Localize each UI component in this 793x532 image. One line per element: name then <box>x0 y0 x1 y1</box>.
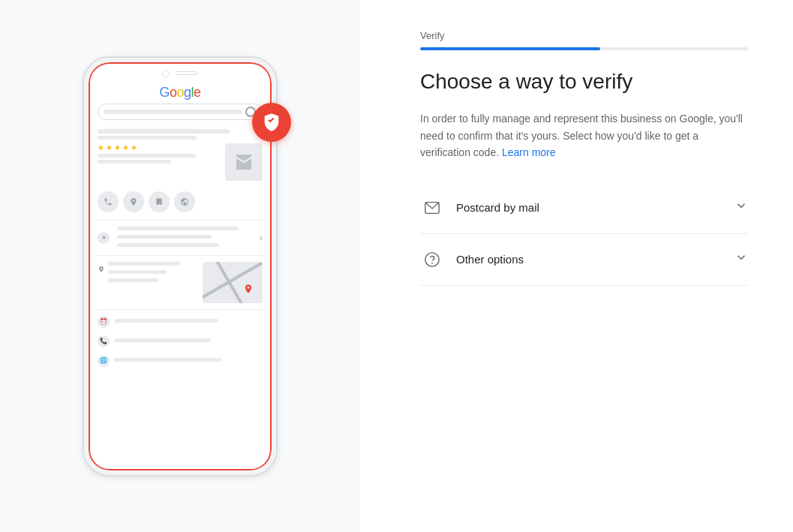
left-panel: Google ★ ★ <box>0 0 360 532</box>
phone-top-bar <box>90 64 270 80</box>
star-1: ★ <box>98 143 104 152</box>
learn-more-link[interactable]: Learn more <box>502 146 556 158</box>
svg-rect-0 <box>236 155 251 157</box>
mail-icon <box>420 196 444 220</box>
google-logo-o2: o <box>176 85 184 100</box>
other-options[interactable]: Other options <box>420 234 748 286</box>
bookmark-icon <box>155 197 164 206</box>
review-line-2 <box>117 235 212 239</box>
postcard-label: Postcard by mail <box>456 201 734 214</box>
website-info-icon: 🌐 <box>98 355 110 367</box>
mail-svg <box>424 200 440 216</box>
chevron-down-icon-2 <box>734 251 748 268</box>
phone-info-icon: 📞 <box>98 335 110 347</box>
location-icon <box>129 197 138 206</box>
star-3: ★ <box>114 143 121 152</box>
shield-icon <box>261 112 282 133</box>
reviews-icon: ★ <box>98 232 110 244</box>
progress-section: Verify <box>420 30 748 50</box>
description-text: In order to fully manage and represent t… <box>420 110 748 161</box>
phone-inner: Google ★ ★ <box>84 58 276 475</box>
map-pin-placeholder <box>243 283 254 297</box>
search-bar <box>98 104 263 120</box>
stars-row: ★ ★ ★ ★ ★ <box>98 143 221 152</box>
listing-info: ★ ★ ★ ★ ★ <box>98 143 221 166</box>
bookmark-button-mock <box>149 191 170 212</box>
map-section <box>90 259 270 306</box>
progress-bar <box>420 47 748 50</box>
other-options-label: Other options <box>456 253 734 266</box>
postcard-option[interactable]: Postcard by mail <box>420 182 748 234</box>
map-road-1 <box>203 262 263 303</box>
google-logo: Google <box>98 85 263 101</box>
map-pin-icon <box>98 265 105 274</box>
phone-speaker <box>176 71 198 75</box>
arrow-right-icon: › <box>260 233 263 243</box>
phone-screen: Google ★ ★ <box>89 62 272 470</box>
store-icon <box>233 151 255 173</box>
review-line-1 <box>117 227 239 230</box>
svg-point-2 <box>425 252 439 266</box>
listing-area: ★ ★ ★ ★ ★ <box>90 126 270 188</box>
website-row: 🌐 <box>90 352 270 370</box>
address-line-2 <box>108 270 167 274</box>
store-image <box>225 143 263 181</box>
help-circle-icon <box>420 248 444 272</box>
divider-3 <box>98 309 263 310</box>
listing-subtitle-line <box>98 136 197 140</box>
phone-camera <box>162 70 170 77</box>
divider-2 <box>98 255 263 256</box>
hours-line <box>114 319 218 323</box>
step-label: Verify <box>420 30 748 41</box>
search-bar-line <box>104 110 242 114</box>
options-list: Postcard by mail Other options <box>420 182 748 286</box>
website-line <box>114 358 221 362</box>
address-line-3 <box>108 278 158 282</box>
location-button-mock <box>123 191 144 212</box>
google-logo-e: e <box>194 85 201 100</box>
listing-title-line <box>98 129 230 134</box>
listing-row: ★ ★ ★ ★ ★ <box>98 143 263 181</box>
help-svg <box>424 251 440 268</box>
security-badge <box>252 103 291 142</box>
phone-line <box>114 338 211 342</box>
review-line-3 <box>117 243 218 247</box>
phone-row: 📞 <box>90 332 270 350</box>
web-button-mock <box>174 191 195 212</box>
hours-row: ⏰ <box>90 313 270 331</box>
web-icon <box>180 197 189 206</box>
page-title: Choose a way to verify <box>420 68 748 95</box>
call-button-mock <box>98 191 119 212</box>
info-line-1 <box>98 154 196 158</box>
progress-bar-fill <box>420 47 600 50</box>
chevron-svg-2 <box>734 251 748 264</box>
clock-icon: ⏰ <box>98 316 110 328</box>
google-search-area: Google <box>90 80 270 126</box>
reviews-section: ★ › <box>90 224 270 252</box>
google-logo-g: G <box>159 85 170 100</box>
star-5: ★ <box>131 143 137 152</box>
map-location-icon <box>243 283 254 295</box>
google-logo-g2: g <box>184 85 191 100</box>
map-placeholder <box>203 262 263 303</box>
right-panel: Verify Choose a way to verify In order t… <box>360 0 793 532</box>
divider-1 <box>98 220 263 221</box>
chevron-svg-1 <box>734 199 748 212</box>
star-4: ★ <box>122 143 129 152</box>
address-line-1 <box>108 262 180 266</box>
star-2: ★ <box>106 143 113 152</box>
description-body: In order to fully manage and represent t… <box>420 113 743 158</box>
phone-mockup: Google ★ ★ <box>83 56 278 476</box>
phone-icon <box>104 197 113 206</box>
chevron-down-icon-1 <box>734 199 748 216</box>
info-line-2 <box>98 160 171 164</box>
action-buttons-row <box>90 188 270 215</box>
